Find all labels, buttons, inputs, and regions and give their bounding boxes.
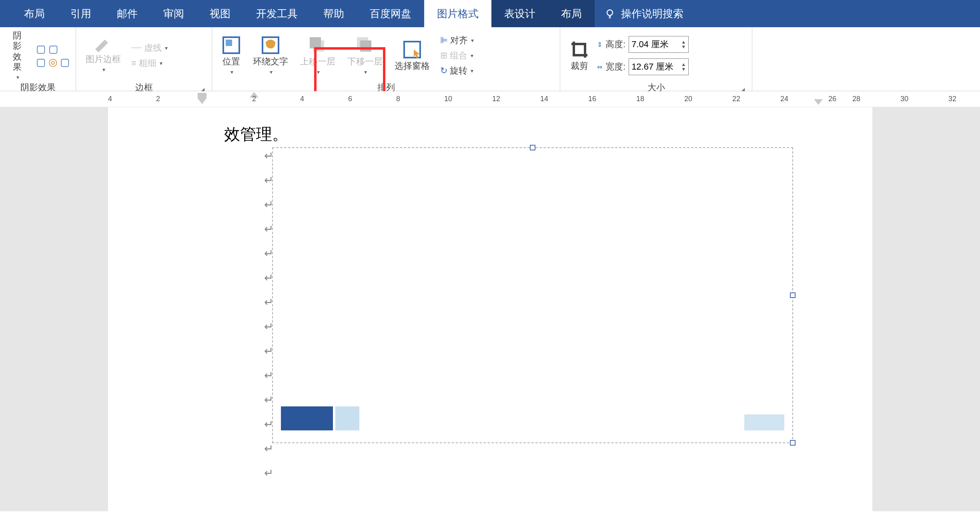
picture-border-button[interactable]: 图片边框▾ (82, 30, 125, 82)
svg-point-0 (607, 10, 613, 16)
tab-baidu-disk[interactable]: 百度网盘 (357, 0, 424, 27)
rotate-button[interactable]: ↻ 旋转▾ (438, 64, 476, 78)
tab-layout[interactable]: 布局 (11, 0, 58, 27)
document-area[interactable]: 效管理。 ↵ ↵ ↵ ↵ ↵ ↵ ↵ ↵ ↵ ↵ ↵ ↵ ↵ ↵ (0, 107, 980, 511)
resize-handle-right[interactable] (790, 292, 796, 298)
group-button[interactable]: ⊞ 组合▾ (438, 49, 476, 62)
crop-button[interactable]: 裁剪 (566, 30, 593, 82)
shadow-nudge-up-icon[interactable]: ▢ (36, 43, 46, 55)
right-indent-marker[interactable] (812, 98, 824, 106)
selected-image-frame[interactable] (272, 147, 793, 443)
dashes-icon: ┄┄ (131, 43, 142, 53)
tab-table-design[interactable]: 表设计 (491, 0, 548, 27)
align-button[interactable]: ⊫ 对齐▾ (438, 34, 476, 47)
selection-pane-icon (403, 40, 422, 59)
resize-handle-top[interactable] (530, 145, 535, 150)
image-content (281, 406, 784, 430)
height-icon: ⇕ (597, 41, 602, 48)
shadow-nudge-down-icon[interactable]: ▢ (60, 56, 70, 68)
tab-help[interactable]: 帮助 (311, 0, 357, 27)
position-icon (222, 36, 241, 55)
tell-me-search[interactable]: 操作说明搜索 (595, 7, 693, 21)
lightbulb-icon (604, 8, 615, 19)
document-text: 效管理。 (224, 123, 288, 145)
tab-review[interactable]: 审阅 (150, 0, 197, 27)
tab-references[interactable]: 引用 (58, 0, 104, 27)
tab-picture-format[interactable]: 图片格式 (424, 0, 491, 27)
rotate-icon: ↻ (440, 66, 447, 76)
resize-handle-bottom-right[interactable] (790, 440, 796, 446)
ribbon-tab-bar: 布局 引用 邮件 审阅 视图 开发工具 帮助 百度网盘 图片格式 表设计 布局 … (0, 0, 980, 27)
align-icon: ⊫ (440, 35, 448, 46)
crop-icon (570, 40, 589, 59)
svg-rect-9 (198, 93, 206, 98)
shadow-nudge-right-icon[interactable]: ▢ (48, 43, 58, 55)
shadow-nudge-left-icon[interactable]: ▢ (36, 56, 46, 68)
height-label: 高度: (605, 38, 625, 50)
width-label: 宽度: (605, 61, 625, 73)
width-icon: ⇔ (597, 63, 602, 71)
tab-developer[interactable]: 开发工具 (243, 0, 311, 27)
group-icon: ⊞ (440, 50, 447, 61)
svg-rect-2 (226, 40, 232, 46)
height-input[interactable]: 7.04 厘米 ▲▼ (629, 36, 689, 53)
page: 效管理。 ↵ ↵ ↵ ↵ ↵ ↵ ↵ ↵ ↵ ↵ ↵ ↵ ↵ ↵ (108, 107, 872, 511)
tab-layout-contextual[interactable]: 布局 (548, 0, 595, 27)
weight-icon: ≡ (131, 58, 136, 68)
svg-rect-8 (404, 42, 420, 58)
wrap-text-icon (261, 36, 280, 55)
horizontal-ruler[interactable]: 4 2 2 4 6 8 10 12 14 16 18 20 22 24 26 2… (0, 91, 980, 107)
tab-mailings[interactable]: 邮件 (104, 0, 150, 27)
position-button[interactable]: 位置▾ (218, 30, 245, 82)
tab-view[interactable]: 视图 (197, 0, 243, 27)
weight-button[interactable]: ≡ 粗细▾ (129, 56, 170, 70)
wrap-text-button[interactable]: 环绕文字▾ (249, 30, 292, 82)
dash-style-button[interactable]: ┄┄ 虚线▾ (129, 41, 170, 55)
paragraph-mark-icon: ↵ (264, 466, 273, 480)
pencil-icon (94, 38, 113, 52)
shadow-toggle-icon[interactable]: ◎ (48, 56, 58, 68)
ribbon: 阴影效果▾ ▢ ▢ ▢ ◎ ▢ 阴影效果 图片边框▾ (0, 27, 980, 91)
width-input[interactable]: 12.67 厘米 ▲▼ (629, 58, 689, 75)
shadow-effect-button[interactable]: 阴影效果▾ (6, 30, 29, 82)
paragraph-mark-icon: ↵ (264, 442, 273, 455)
selection-pane-button[interactable]: 选择窗格 (391, 30, 434, 82)
tell-me-label: 操作说明搜索 (621, 7, 683, 21)
left-indent-marker[interactable] (196, 91, 208, 107)
